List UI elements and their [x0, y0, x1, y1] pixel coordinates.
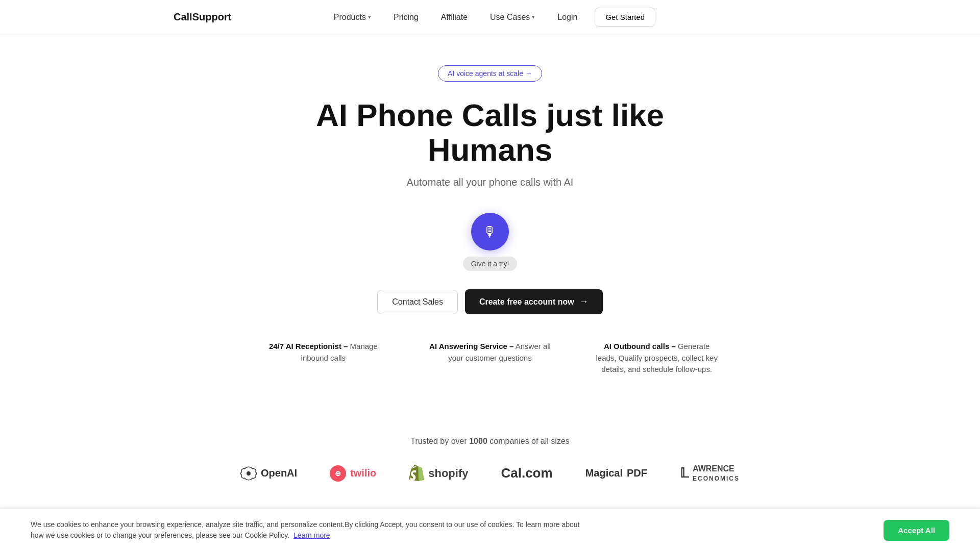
calcom-logo: Cal.com: [501, 465, 552, 481]
trusted-section: Trusted by over 1000 companies of all si…: [0, 427, 980, 503]
nav-links: Products ▾ Pricing Affiliate Use Cases ▾…: [325, 8, 655, 27]
openai-logo: OpenAI: [240, 465, 297, 482]
trusted-title: Trusted by over 1000 companies of all si…: [410, 437, 570, 446]
feature-receptionist: 24/7 AI Receptionist – Manage inbound ca…: [260, 341, 386, 375]
mic-container: 🎙 Give it a try!: [463, 213, 518, 271]
navigation: CallSupport Products ▾ Pricing Affiliate…: [0, 0, 980, 35]
cookie-text: We use cookies to enhance your browsing …: [31, 519, 592, 541]
nav-use-cases[interactable]: Use Cases ▾: [481, 9, 544, 26]
badge-text: AI voice agents at scale →: [448, 69, 532, 78]
shopify-logo: shopify: [409, 465, 468, 482]
cookie-learn-more[interactable]: Learn more: [293, 531, 330, 539]
magical-pdf-logo: MagicalPDF: [585, 467, 647, 479]
openai-icon: [240, 465, 257, 482]
feature-outbound: AI Outbound calls – Generate leads, Qual…: [594, 341, 720, 375]
hero-title: AI Phone Calls just like Humans: [281, 98, 699, 167]
brand-logo[interactable]: CallSupport: [174, 11, 231, 23]
hero-badge[interactable]: AI voice agents at scale →: [438, 65, 542, 82]
nav-login[interactable]: Login: [548, 9, 586, 26]
arrow-icon: →: [579, 296, 589, 307]
nav-products[interactable]: Products ▾: [325, 9, 380, 26]
mic-button[interactable]: 🎙: [471, 213, 509, 251]
lawrence-economics-logo: 𝕃 AWRENCEECONOMICS: [680, 464, 740, 483]
contact-sales-button[interactable]: Contact Sales: [377, 290, 458, 314]
twilio-logo: ⊕ twilio: [330, 465, 376, 482]
hero-subtitle: Automate all your phone calls with AI: [407, 177, 574, 188]
nav-affiliate[interactable]: Affiliate: [432, 9, 477, 26]
hero-section: AI voice agents at scale → AI Phone Call…: [0, 35, 980, 427]
create-account-button[interactable]: Create free account now →: [465, 289, 603, 314]
features-row: 24/7 AI Receptionist – Manage inbound ca…: [260, 341, 720, 375]
nav-pricing[interactable]: Pricing: [384, 9, 428, 26]
cookie-banner: We use cookies to enhance your browsing …: [0, 509, 980, 551]
feature-answering: AI Answering Service – Answer all your c…: [427, 341, 553, 375]
products-chevron-icon: ▾: [368, 14, 371, 20]
microphone-icon: 🎙: [483, 223, 497, 240]
get-started-button[interactable]: Get Started: [595, 8, 655, 27]
cookie-accept-button[interactable]: Accept All: [884, 520, 949, 541]
use-cases-chevron-icon: ▾: [532, 14, 535, 20]
twilio-icon: ⊕: [330, 465, 346, 482]
shopify-icon: [409, 465, 424, 482]
cta-row: Contact Sales Create free account now →: [377, 289, 602, 314]
logos-row: OpenAI ⊕ twilio shopify Cal.com MagicalP…: [240, 464, 740, 483]
svg-point-0: [247, 471, 251, 475]
try-label: Give it a try!: [463, 257, 518, 271]
